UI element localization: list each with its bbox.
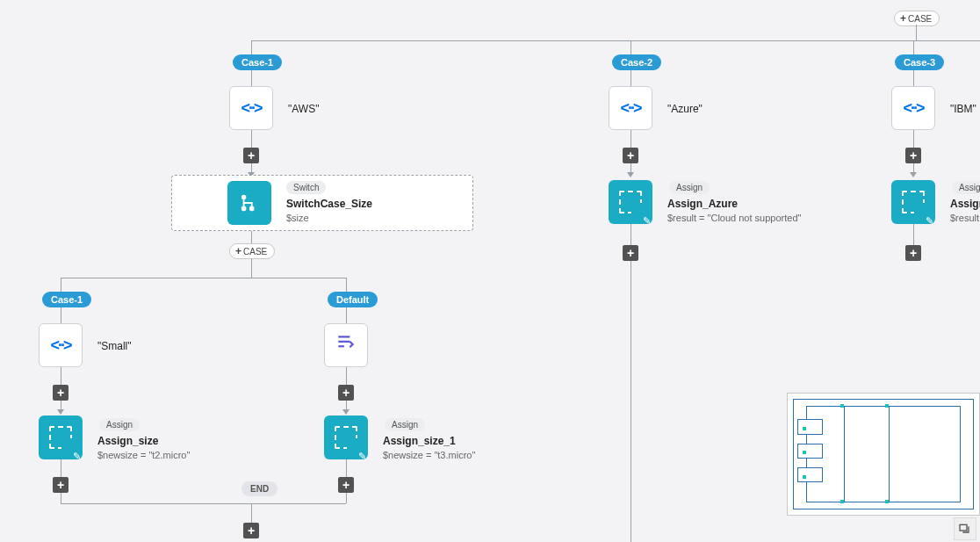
connector [251,130,252,148]
add-step-button[interactable]: + [338,385,354,401]
add-step-button[interactable]: + [338,477,354,493]
end-pill: END [241,481,277,496]
assign-node-azure[interactable]: ✎ [609,180,652,224]
code-icon: <··> [241,99,261,118]
svg-rect-2 [250,207,254,211]
switch-expression: $size [286,213,309,223]
node-type-badge: Assign [669,181,710,194]
node-type-badge: Assign [385,418,425,431]
default-icon [335,332,357,358]
arrow-icon [342,409,349,415]
connector [631,224,631,245]
assign-size-expr: $newsize = "t2.micro" [97,450,190,460]
case-pill-1[interactable]: Case-1 [233,54,282,70]
case-pill-default[interactable]: Default [328,292,378,307]
add-step-button[interactable]: + [53,385,68,401]
fit-view-button[interactable] [954,517,976,540]
assign-size-name: Assign_size [97,435,158,447]
connector [916,25,917,40]
arrow-icon [910,172,917,177]
assign-node-size-1[interactable]: ✎ [324,416,368,459]
add-step-button[interactable]: + [905,245,921,261]
assign-icon [49,426,72,449]
node-type-badge: Assign [952,181,980,194]
add-step-button[interactable]: + [243,148,259,163]
pencil-icon: ✎ [73,451,82,459]
connector [913,40,914,54]
connector [251,40,980,41]
value-label-ibm: "IBM" [950,103,976,115]
assign-size-1-name: Assign_size_1 [383,435,456,447]
case-pill-2[interactable]: Case-2 [612,54,661,70]
svg-point-0 [242,196,246,199]
switch-node[interactable] [227,181,271,225]
minimap[interactable] [787,393,980,516]
assign-azure-name: Assign_Azure [667,198,738,210]
add-step-button[interactable]: + [53,477,68,493]
connector [61,367,61,385]
case-pill-3[interactable]: Case-3 [895,54,944,70]
value-label-small: "Small" [97,340,132,352]
connector [346,278,347,292]
minimap-viewport[interactable] [793,399,974,509]
code-icon: <··> [620,99,640,118]
arrow-icon [627,172,634,177]
connector [631,130,631,148]
assign-icon [619,191,642,213]
connector [251,70,252,86]
add-step-button[interactable]: + [243,523,259,538]
flow-canvas[interactable]: + CASE Case-1 Case-2 Case-3 <··> "AWS" <… [0,0,980,542]
value-node-small[interactable]: <··> [39,323,83,367]
default-node[interactable] [324,323,368,367]
plus-icon: + [900,13,906,24]
connector [346,493,347,503]
assign-azure-expr: $result = "Cloud not supported" [667,213,801,223]
arrow-icon [57,409,64,415]
case-pill-size-1[interactable]: Case-1 [42,292,91,307]
connector [913,130,914,148]
selected-node-wrapper[interactable]: Switch SwitchCase_Size $size [171,175,473,231]
connector [913,70,914,86]
connector [61,278,61,292]
connector [631,70,631,86]
pencil-icon: ✎ [358,451,367,459]
connector [346,307,347,323]
code-icon: <··> [50,336,70,355]
value-label-aws: "AWS" [288,103,319,115]
pencil-icon: ✎ [643,215,652,224]
connector [251,40,252,54]
svg-rect-3 [960,524,967,531]
assign-size-1-expr: $newsize = "t3.micro" [383,450,475,460]
connector [251,231,252,243]
assign-ibm-name: Assign_IBM [950,198,980,210]
connector [346,459,347,477]
connector [346,367,347,385]
assign-node-ibm[interactable]: ✎ [891,180,935,224]
add-step-button[interactable]: + [623,148,638,163]
connector [61,459,61,477]
connector [251,503,252,523]
value-label-azure: "Azure" [667,103,703,115]
assign-ibm-expr: $result [950,213,979,223]
add-step-button[interactable]: + [623,245,638,261]
connector [61,307,61,323]
assign-icon [335,426,357,449]
add-case-button-top[interactable]: + CASE [894,11,940,26]
add-step-button[interactable]: + [905,148,921,163]
connector [61,278,346,278]
switch-icon [240,193,259,213]
connector [913,224,914,245]
pencil-icon: ✎ [926,215,934,224]
connector [251,258,252,278]
assign-icon [902,191,925,213]
value-node-azure[interactable]: <··> [609,86,652,130]
connector [61,493,61,503]
svg-rect-1 [242,207,246,211]
switch-name: SwitchCase_Size [286,198,372,210]
value-node-ibm[interactable]: <··> [891,86,935,130]
connector [631,261,631,542]
node-type-badge: Assign [99,418,140,431]
assign-node-size[interactable]: ✎ [39,416,83,459]
value-node-aws[interactable]: <··> [229,86,273,130]
add-case-button-switch[interactable]: + CASE [229,243,275,259]
